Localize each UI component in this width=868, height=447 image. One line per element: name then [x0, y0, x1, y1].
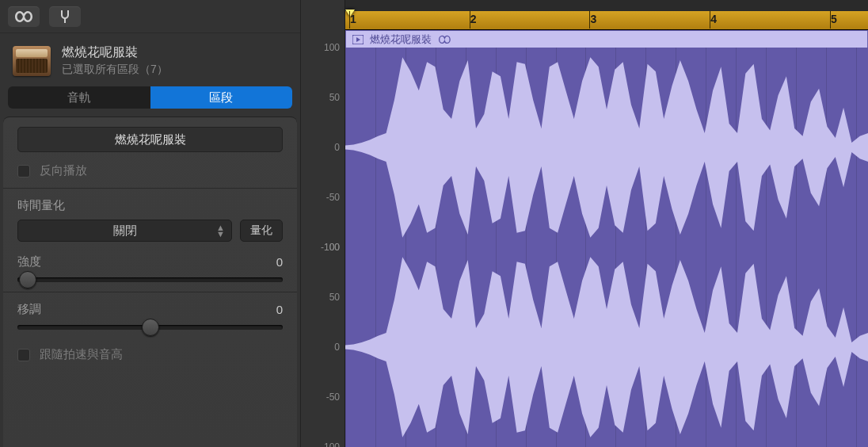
track-header-text: 燃燒花呢服裝 已選取所有區段（7） — [62, 44, 168, 77]
ruler-fill — [345, 11, 868, 29]
chevron-updown-icon: ▲▼ — [216, 224, 225, 237]
strength-label: 強度 — [17, 254, 41, 269]
loop-toggle-button[interactable] — [8, 6, 40, 27]
quantize-button[interactable]: 量化 — [240, 220, 283, 242]
amplitude-axis: 100500-50-100100500-50-100 — [301, 0, 345, 447]
strength-value: 0 — [276, 255, 283, 269]
amp-tick: 0 — [334, 142, 340, 153]
reverse-checkbox[interactable] — [17, 165, 30, 178]
ruler-bar-number: 5 — [831, 13, 837, 25]
time-quantize-label: 時間量化 — [17, 198, 283, 213]
track-header: 燃燒花呢服裝 已選取所有區段（7） — [0, 33, 300, 85]
follow-tempo-pitch-checkbox[interactable] — [17, 349, 30, 361]
region-name-field[interactable]: 燃燒花呢服裝 — [17, 127, 283, 152]
ruler-bar-number: 4 — [710, 13, 717, 25]
reverse-playback-row[interactable]: 反向播放 — [17, 163, 283, 178]
clip-header[interactable]: 燃燒花呢服裝 — [345, 30, 868, 48]
amp-tick: 100 — [324, 242, 340, 253]
tuning-fork-button[interactable] — [49, 6, 81, 27]
inspector-tabs: 音軌 區段 — [0, 85, 300, 117]
section-time-quantize: 時間量化 關閉 ▲▼ 量化 強度 0 — [3, 189, 297, 292]
waveform-channel-left — [345, 48, 868, 247]
amp-tick: 100 — [324, 42, 340, 53]
track-thumbnail — [13, 46, 51, 76]
top-toolbar — [0, 0, 300, 33]
ruler-bar-number: 1 — [350, 13, 356, 25]
reverse-label: 反向播放 — [40, 163, 87, 178]
timeline: 12345 燃燒花呢服裝 — [345, 0, 868, 447]
strength-slider[interactable] — [17, 277, 283, 282]
waveform-area[interactable] — [345, 48, 868, 447]
amp-tick: 50 — [329, 292, 340, 303]
time-quantize-value: 關閉 — [113, 224, 137, 239]
amp-tick: 50 — [329, 92, 340, 103]
bar-ruler[interactable]: 12345 — [345, 0, 868, 30]
amp-tick: -100 — [321, 441, 340, 447]
ruler-bar-number: 2 — [470, 13, 477, 25]
transpose-value: 0 — [276, 303, 283, 316]
transpose-slider[interactable] — [17, 325, 283, 330]
play-icon — [352, 35, 364, 44]
selection-subtitle: 已選取所有區段（7） — [62, 63, 168, 77]
time-quantize-select[interactable]: 關閉 ▲▼ — [17, 220, 232, 242]
editor-area: 100500-50-100100500-50-100 12345 燃燒花呢服裝 — [301, 0, 868, 447]
inspector-panel: 燃燒花呢服裝 已選取所有區段（7） 音軌 區段 燃燒花呢服裝 反向播放 時間量化… — [0, 0, 301, 447]
amp-tick: -50 — [326, 192, 340, 203]
transpose-label: 移調 — [17, 302, 41, 317]
tab-region[interactable]: 區段 — [150, 86, 293, 109]
loop-icon — [438, 35, 451, 44]
follow-tempo-pitch-label: 跟隨拍速與音高 — [40, 347, 123, 362]
amp-tick: 0 — [334, 342, 340, 353]
ruler-bar-number: 3 — [590, 13, 596, 25]
section-name-reverse: 燃燒花呢服裝 反向播放 — [3, 117, 297, 189]
section-transpose: 移調 0 跟隨拍速與音高 — [3, 292, 297, 372]
region-inspector-body: 燃燒花呢服裝 反向播放 時間量化 關閉 ▲▼ 量化 強度 0 — [3, 117, 297, 447]
waveform-channel-right — [345, 247, 868, 447]
track-name: 燃燒花呢服裝 — [62, 44, 168, 61]
app-root: 燃燒花呢服裝 已選取所有區段（7） 音軌 區段 燃燒花呢服裝 反向播放 時間量化… — [0, 0, 868, 447]
clip-name: 燃燒花呢服裝 — [370, 32, 432, 47]
amp-tick: -50 — [326, 392, 340, 403]
tab-track[interactable]: 音軌 — [8, 86, 150, 109]
